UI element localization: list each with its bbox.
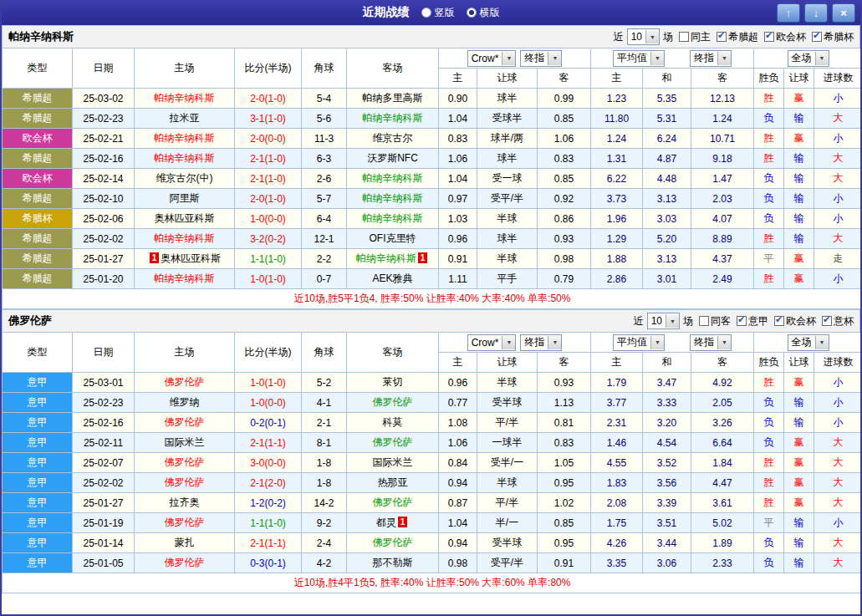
result-handicap: 输 [784, 189, 814, 209]
corner-score: 2-2 [302, 249, 347, 269]
home-team[interactable]: 佛罗伦萨 [135, 413, 235, 433]
home-team[interactable]: 拉米亚 [135, 109, 235, 129]
away-team[interactable]: 维京古尔 [347, 129, 439, 149]
home-team[interactable]: 1奥林匹亚科斯 [135, 249, 235, 269]
away-team[interactable]: 佛罗伦萨 [347, 533, 439, 553]
avg-kind-select[interactable]: 终指▼ [690, 50, 732, 67]
away-team[interactable]: 帕纳辛纳科斯 [347, 109, 439, 129]
scope-select[interactable]: 全场▼ [788, 334, 829, 351]
away-team[interactable]: OFI克里特 [347, 229, 439, 249]
avg-draw-odds: 3.13 [643, 189, 691, 209]
score-halftime: 2-1(1-0) [235, 149, 302, 169]
result-outcome: 平 [754, 513, 784, 533]
handicap-away-odds: 0.92 [538, 189, 591, 209]
avg-draw-odds: 3.44 [643, 533, 691, 553]
scroll-down-button[interactable]: ↓ [804, 3, 828, 23]
filter-league-checkbox[interactable]: 意甲 [737, 314, 768, 328]
away-team[interactable]: 帕纳辛纳科斯 [347, 209, 439, 229]
away-team[interactable]: AEK雅典 [347, 269, 439, 289]
league-type-badge: 欧会杯 [3, 169, 73, 189]
away-team[interactable]: 佛罗伦萨 [347, 493, 439, 513]
team-name-text: 阿里斯 [170, 192, 200, 204]
home-team[interactable]: 佛罗伦萨 [135, 473, 235, 493]
result-handicap: 输 [784, 229, 814, 249]
odds-kind-select[interactable]: 终指▼ [520, 334, 562, 351]
filter-league-checkbox[interactable]: 希腊超 [717, 30, 758, 44]
odds-company-select[interactable]: Crow*▼ [467, 50, 517, 67]
away-team[interactable]: 莱切 [347, 373, 439, 393]
home-team[interactable]: 奥林匹亚科斯 [135, 209, 235, 229]
match-date: 25-02-07 [73, 453, 135, 473]
away-team[interactable]: 帕纳辛纳科斯1 [347, 249, 439, 269]
avg-draw-odds: 3.13 [643, 249, 691, 269]
handicap-line: 受半球 [477, 393, 538, 413]
result-outcome: 负 [754, 109, 784, 129]
home-team[interactable]: 阿里斯 [135, 189, 235, 209]
handicap-line: 受半球 [477, 533, 538, 553]
home-team[interactable]: 帕纳辛纳科斯 [135, 229, 235, 249]
result-outcome: 胜 [754, 453, 784, 473]
avg-kind-select[interactable]: 终指▼ [690, 334, 732, 351]
filter-league-checkbox[interactable]: 希腊杯 [812, 30, 854, 44]
away-team[interactable]: 都灵1 [347, 513, 439, 533]
away-team[interactable]: 热那亚 [347, 473, 439, 493]
team-name-text: 莱切 [383, 376, 403, 388]
avg-source-select[interactable]: 平均值▼ [613, 334, 665, 351]
away-team[interactable]: 那不勒斯 [347, 553, 439, 573]
checkbox-icon [822, 316, 832, 326]
filter-same-venue-checkbox[interactable]: 同主 [679, 30, 711, 44]
home-team[interactable]: 维罗纳 [135, 393, 235, 413]
away-team[interactable]: 帕纳辛纳科斯 [347, 189, 439, 209]
filter-same-venue-checkbox[interactable]: 同客 [699, 314, 731, 328]
home-team[interactable]: 佛罗伦萨 [135, 373, 235, 393]
away-team[interactable]: 佛罗伦萨 [347, 393, 439, 413]
col-header-away: 客场 [347, 333, 439, 373]
odds-company-select[interactable]: Crow*▼ [467, 334, 517, 351]
home-team[interactable]: 帕纳辛纳科斯 [135, 269, 235, 289]
away-team[interactable]: 帕纳多里高斯 [347, 89, 439, 109]
home-team[interactable]: 蒙扎 [135, 533, 235, 553]
team-name-text: 那不勒斯 [373, 557, 413, 568]
odds-kind-select[interactable]: 终指▼ [520, 50, 562, 67]
team-name-text: 帕纳辛纳科斯 [363, 212, 423, 224]
chevron-down-icon: ▼ [650, 336, 664, 349]
home-team[interactable]: 帕纳辛纳科斯 [135, 129, 235, 149]
away-team[interactable]: 帕纳辛纳科斯 [347, 169, 439, 189]
home-team[interactable]: 国际米兰 [135, 433, 235, 453]
handicap-home-odds: 0.96 [439, 229, 477, 249]
away-team[interactable]: 沃罗斯NFC [347, 149, 439, 169]
match-date: 25-01-14 [73, 533, 135, 553]
home-team[interactable]: 拉齐奥 [135, 493, 235, 513]
home-team[interactable]: 维京古尔(中) [135, 169, 235, 189]
avg-draw-odds: 3.52 [643, 453, 691, 473]
away-team[interactable]: 佛罗伦萨 [347, 433, 439, 453]
scroll-up-button[interactable]: ↑ [777, 3, 800, 23]
scope-select[interactable]: 全场▼ [788, 50, 829, 67]
games-label: 场 [683, 314, 693, 328]
home-team[interactable]: 佛罗伦萨 [135, 513, 235, 533]
home-team[interactable]: 佛罗伦萨 [135, 453, 235, 473]
view-vertical-radio[interactable]: 竖版 [421, 6, 455, 20]
handicap-away-odds: 0.91 [538, 553, 591, 573]
filter-league-checkbox[interactable]: 欧会杯 [774, 314, 816, 328]
corner-score: 2-1 [302, 413, 347, 433]
view-horizontal-radio[interactable]: 横版 [467, 6, 500, 20]
match-count-select[interactable]: 10▼ [647, 313, 680, 329]
home-team[interactable]: 帕纳辛纳科斯 [135, 89, 235, 109]
home-team[interactable]: 佛罗伦萨 [135, 553, 235, 573]
avg-source-select[interactable]: 平均值▼ [613, 50, 665, 67]
league-type-badge: 意甲 [3, 513, 73, 533]
avg-home-odds: 2.31 [591, 413, 643, 433]
away-team[interactable]: 国际米兰 [347, 453, 439, 473]
filter-league-checkbox[interactable]: 意杯 [822, 314, 854, 328]
avg-away-odds: 2.49 [691, 269, 754, 289]
filter-league-checkbox[interactable]: 欧会杯 [764, 30, 806, 44]
avg-draw-odds: 4.48 [643, 169, 691, 189]
team-section-away: 佛罗伦萨 近 10▼ 场 同客 意甲 欧会杯 意杯 类型 日期 主 [2, 309, 860, 593]
avg-draw-odds: 4.54 [643, 433, 691, 453]
match-count-select[interactable]: 10▼ [627, 28, 660, 45]
home-team[interactable]: 帕纳辛纳科斯 [135, 149, 235, 169]
result-handicap: 输 [784, 149, 814, 169]
away-team[interactable]: 科莫 [347, 413, 439, 433]
close-button[interactable]: × [832, 3, 855, 23]
